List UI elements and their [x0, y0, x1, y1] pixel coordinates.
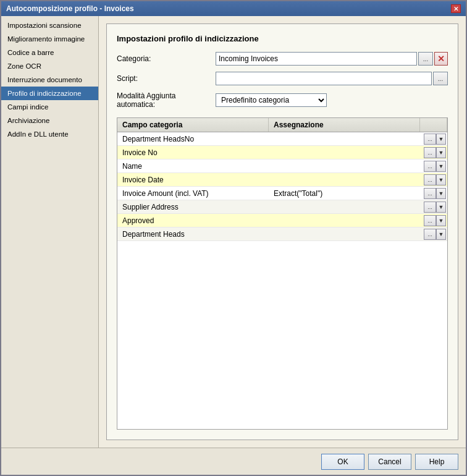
categoria-ellipsis-btn[interactable]: ...	[418, 52, 433, 66]
script-ellipsis-btn[interactable]: ...	[433, 72, 448, 85]
row-actions: ...▼	[420, 147, 447, 158]
row-ellipsis-btn[interactable]: ...	[424, 161, 436, 172]
row-actions: ...▼	[420, 215, 447, 226]
main-panel: Impostazioni profilo di indicizzazione C…	[99, 16, 466, 448]
sidebar-item-archiviazione[interactable]: Archiviazione	[1, 114, 98, 127]
assign-cell	[269, 233, 420, 236]
row-dropdown-btn[interactable]: ▼	[436, 229, 446, 240]
sidebar-item-interruzione-documento[interactable]: Interruzione documento	[1, 73, 98, 87]
panel-box: Impostazioni profilo di indicizzazione C…	[106, 23, 458, 440]
row-ellipsis-btn[interactable]: ...	[424, 174, 436, 185]
row-dropdown-btn[interactable]: ▼	[436, 147, 446, 158]
row-ellipsis-btn[interactable]: ...	[424, 134, 436, 145]
sidebar-item-profilo-di-indicizzazione[interactable]: Profilo di indicizzazione	[1, 87, 98, 100]
sidebar: Impostazioni scansioneMiglioramento imma…	[1, 16, 99, 448]
campo-cell: Invoice Amount (incl. VAT)	[117, 188, 269, 199]
row-dropdown-btn[interactable]: ▼	[436, 202, 446, 213]
table-row: Supplier Address...▼	[117, 200, 447, 214]
table-body: Department HeadsNo...▼Invoice No...▼Name…	[117, 132, 447, 429]
main-window: Autocomposizione profilo - Invoices ✕ Im…	[0, 0, 467, 476]
script-input-group: ...	[216, 72, 448, 85]
sidebar-item-addin-e-dll-utente[interactable]: AddIn e DLL utente	[1, 127, 98, 141]
script-label: Script:	[117, 74, 216, 83]
campo-cell: Department Heads	[117, 229, 269, 240]
campo-cell: Invoice Date	[117, 174, 269, 185]
row-actions: ...▼	[420, 174, 447, 185]
categoria-input[interactable]	[216, 52, 417, 66]
sidebar-item-impostazioni-scansione[interactable]: Impostazioni scansione	[1, 19, 98, 32]
col-campo-header: Campo categoria	[117, 118, 269, 132]
script-row: Script: ...	[117, 72, 448, 85]
assign-cell	[269, 179, 420, 181]
campo-cell: Supplier Address	[117, 202, 269, 213]
sidebar-item-campi-indice[interactable]: Campi indice	[1, 100, 98, 114]
campo-cell: Approved	[117, 215, 269, 226]
title-bar: Autocomposizione profilo - Invoices ✕	[1, 1, 466, 16]
campo-cell: Invoice No	[117, 147, 269, 158]
data-table: Campo categoria Assegnazione Department …	[117, 117, 448, 430]
footer: OK Cancel Help	[1, 448, 466, 475]
categoria-row: Categoria: ... ✕	[117, 52, 448, 66]
modalita-select[interactable]: Predefinito categoria	[216, 93, 327, 107]
row-dropdown-btn[interactable]: ▼	[436, 134, 446, 145]
modalita-label: Modalità Aggiunta automatica:	[117, 91, 216, 109]
row-ellipsis-btn[interactable]: ...	[424, 202, 436, 213]
row-actions: ...▼	[420, 229, 447, 240]
row-dropdown-btn[interactable]: ▼	[436, 174, 446, 185]
window-title: Autocomposizione profilo - Invoices	[6, 4, 134, 13]
campo-cell: Name	[117, 161, 269, 172]
ok-button[interactable]: OK	[321, 454, 364, 470]
sidebar-item-miglioramento-immagine[interactable]: Miglioramento immagine	[1, 32, 98, 46]
row-ellipsis-btn[interactable]: ...	[424, 147, 436, 158]
categoria-input-group: ... ✕	[216, 52, 448, 66]
close-button[interactable]: ✕	[451, 4, 461, 13]
cancel-button[interactable]: Cancel	[368, 454, 411, 470]
row-actions: ...▼	[420, 188, 447, 199]
row-dropdown-btn[interactable]: ▼	[436, 188, 446, 199]
assign-cell	[269, 151, 420, 154]
panel-title: Impostazioni profilo di indicizzazione	[117, 34, 448, 43]
help-button[interactable]: Help	[415, 454, 458, 470]
row-ellipsis-btn[interactable]: ...	[424, 229, 436, 240]
sidebar-item-codice-a-barre[interactable]: Codice a barre	[1, 46, 98, 59]
row-actions: ...▼	[420, 134, 447, 145]
row-ellipsis-btn[interactable]: ...	[424, 215, 436, 226]
table-row: Name...▼	[117, 159, 447, 173]
col-assign-header: Assegnazione	[269, 118, 420, 132]
campo-cell: Department HeadsNo	[117, 134, 269, 145]
table-row: Invoice No...▼	[117, 146, 447, 159]
script-input[interactable]	[216, 72, 432, 85]
modalita-input-group: Predefinito categoria	[216, 93, 448, 107]
row-actions: ...▼	[420, 161, 447, 172]
categoria-delete-btn[interactable]: ✕	[434, 52, 448, 66]
row-ellipsis-btn[interactable]: ...	[424, 188, 436, 199]
assign-cell	[269, 206, 420, 208]
table-row: Approved...▼	[117, 214, 447, 227]
modalita-row: Modalità Aggiunta automatica: Predefinit…	[117, 91, 448, 109]
assign-cell: Extract("Total")	[269, 188, 420, 199]
table-row: Department HeadsNo...▼	[117, 132, 447, 146]
table-row: Invoice Date...▼	[117, 173, 447, 187]
sidebar-item-zone-ocr[interactable]: Zone OCR	[1, 59, 98, 73]
table-header: Campo categoria Assegnazione	[117, 118, 447, 132]
assign-cell	[269, 219, 420, 222]
content-area: Impostazioni scansioneMiglioramento imma…	[1, 16, 466, 448]
row-dropdown-btn[interactable]: ▼	[436, 215, 446, 226]
categoria-label: Categoria:	[117, 54, 216, 63]
row-actions: ...▼	[420, 202, 447, 213]
assign-cell	[269, 138, 420, 140]
table-row: Department Heads...▼	[117, 227, 447, 241]
col-actions-header	[420, 118, 447, 132]
assign-cell	[269, 165, 420, 168]
row-dropdown-btn[interactable]: ▼	[436, 161, 446, 172]
table-row: Invoice Amount (incl. VAT)Extract("Total…	[117, 187, 447, 200]
